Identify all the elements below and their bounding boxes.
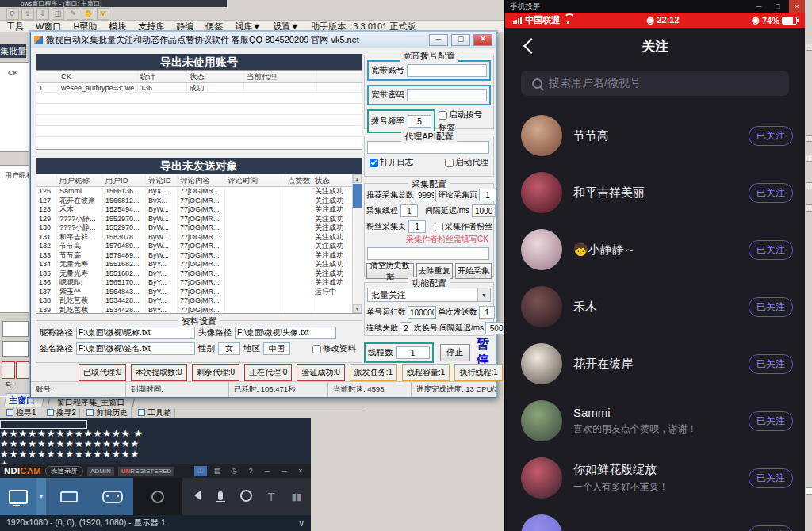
- author-fans-checkbox[interactable]: 采集作者粉丝: [435, 221, 492, 232]
- table-row[interactable]: 131 和平吉祥... 1583078... ByW... 77jOGjMR..…: [36, 233, 353, 243]
- strip-icon[interactable]: [806, 182, 812, 189]
- scrollbar[interactable]: ▲ ▼: [352, 174, 362, 313]
- dedupe-button[interactable]: 去除重复: [416, 263, 453, 279]
- ide-menu-item[interactable]: 便签: [205, 21, 223, 32]
- mouse-click-icon[interactable]: [236, 490, 255, 504]
- minimize-button[interactable]: ─: [751, 0, 767, 13]
- avatar-path-input[interactable]: [235, 327, 336, 339]
- start-dial-checkbox[interactable]: 启动拨号: [439, 109, 482, 120]
- collect-delay-input[interactable]: [472, 204, 496, 217]
- ide-tool-item[interactable]: 搜寻1: [3, 408, 40, 418]
- minimize-icon[interactable]: ─: [278, 466, 290, 476]
- comment-page-input[interactable]: [479, 189, 496, 201]
- maximize-button[interactable]: ▢: [451, 34, 470, 46]
- user-row[interactable]: 节节高 已关注: [505, 107, 805, 164]
- chevron-down-icon[interactable]: ∨: [298, 518, 304, 528]
- stop-button[interactable]: 停止: [440, 344, 471, 361]
- fans-page-input[interactable]: [408, 220, 426, 233]
- unsent-targets-table[interactable]: 用户昵称 用户ID 评论ID 评论内容 评论时间 点赞数 状态 126 Samm…: [36, 174, 362, 314]
- table-row[interactable]: 126 Sammi 1566136... ByX... 77jOGjMR... …: [36, 187, 353, 197]
- avatar[interactable]: [521, 115, 562, 156]
- mode-select[interactable]: 批量关注 ▼: [367, 288, 491, 302]
- table-row[interactable]: 129 ????小静... 1552970... ByW... 77jOGjMR…: [36, 215, 353, 224]
- minimize-button[interactable]: ─: [429, 34, 448, 46]
- ide-toolbar-icon[interactable]: ✎: [67, 8, 79, 20]
- table-row[interactable]: 130 ????小静... 1552970... ByW... 77jOGjMR…: [36, 223, 353, 233]
- broadband-account-input[interactable]: [407, 64, 487, 77]
- avatar[interactable]: [521, 343, 562, 384]
- avatar[interactable]: [521, 400, 562, 441]
- scroll-down-arrow[interactable]: ▼: [353, 304, 362, 313]
- user-row[interactable]: 禾木 已关注: [505, 278, 805, 335]
- close-button[interactable]: ×: [789, 0, 805, 13]
- ide-toolbar-icon[interactable]: ⇩: [36, 8, 49, 20]
- close-icon[interactable]: ×: [294, 466, 307, 476]
- broadband-password-input[interactable]: [407, 89, 487, 101]
- table-row[interactable]: 1 wesee_authtype=3; we... 136 成功: [36, 83, 362, 94]
- collect-total-input[interactable]: [416, 189, 436, 201]
- bandicam-target-bar[interactable]: 1920x1080 - (0, 0), (1920, 1080) - 显示器 1…: [0, 515, 311, 531]
- unused-accounts-table[interactable]: CK 统计 状态 当前代理 1 wesee_authtype=3; we... …: [36, 70, 362, 150]
- user-row[interactable]: 花开在彼岸 已关注: [505, 335, 805, 392]
- table-row[interactable]: 128 禾木 1525494... ByW... 77jOGjMR... 关注成…: [36, 205, 353, 215]
- ide-menu-item[interactable]: 支持库: [138, 21, 164, 32]
- ide-menu-item[interactable]: 设置▼: [273, 21, 299, 32]
- strip-scroll-button[interactable]: [806, 487, 812, 495]
- enable-proxy-checkbox[interactable]: 启动代理: [445, 157, 488, 168]
- ide-tool-item[interactable]: 工具箱: [135, 408, 175, 418]
- strip-icon[interactable]: [806, 135, 812, 142]
- followed-button[interactable]: 已关注: [749, 240, 793, 260]
- speaker-icon[interactable]: [186, 491, 205, 502]
- screen-record-mode-button[interactable]: [0, 478, 36, 515]
- bandicam-titlebar[interactable]: NDICAM 班迪录屏 ADMIN UNREGISTERED ⚿ ▤ ◷ ? ─…: [0, 464, 311, 478]
- strip-icon[interactable]: [806, 204, 812, 212]
- ide-menu-item[interactable]: 工具: [6, 21, 24, 32]
- search-input[interactable]: 搜索用户名/微视号: [521, 71, 789, 96]
- user-row[interactable]: 🧒小静静～ 已关注: [505, 221, 805, 278]
- ide-toolbar-icon[interactable]: ✋: [82, 8, 94, 20]
- ide-menu-item[interactable]: 模块: [109, 21, 126, 32]
- scroll-thumb[interactable]: [353, 184, 362, 208]
- followed-button[interactable]: 已关注: [749, 297, 793, 317]
- ide-search-icon[interactable]: M: [97, 8, 109, 20]
- table-row[interactable]: 138 乱吃芭蕉 1534428... ByY... 77jOGjMR...: [36, 296, 353, 306]
- followed-button[interactable]: 已关注: [749, 411, 793, 431]
- followed-button[interactable]: 已关注: [749, 525, 793, 531]
- table-row[interactable]: 136 嗯嗯哒! 1565170... ByY... 77jOGjMR... 关…: [36, 278, 353, 288]
- webcam-button[interactable]: [133, 478, 182, 515]
- game-record-mode-button[interactable]: [92, 478, 133, 515]
- user-row[interactable]: 已关注: [505, 506, 805, 531]
- start-collect-button[interactable]: 开始采集: [455, 263, 492, 279]
- followed-button[interactable]: 已关注: [749, 183, 793, 203]
- ide-toolbar-icon[interactable]: ⟳: [6, 8, 19, 20]
- avatar[interactable]: [521, 457, 562, 499]
- pause-icon[interactable]: ▮▮: [287, 491, 306, 502]
- avatar[interactable]: [521, 286, 562, 327]
- table-row[interactable]: 135 无量光寿 1551682... ByY... 77jOGjMR... 关…: [36, 269, 353, 279]
- gender-input[interactable]: [218, 342, 240, 355]
- minimize-icon[interactable]: ─: [261, 466, 274, 476]
- table-row[interactable]: 133 节节高 1579489... ByW... 77jOGjMR... 关注…: [36, 251, 353, 261]
- table-row[interactable]: 132 节节高 1579489... ByW... 77jOGjMR... 关注…: [36, 242, 353, 251]
- lock-icon[interactable]: ⚿: [194, 466, 207, 476]
- region-input[interactable]: [263, 342, 290, 355]
- ide-tool-item[interactable]: 剪辑历史: [83, 408, 132, 418]
- strip-icon[interactable]: [806, 44, 812, 51]
- fail-count-input[interactable]: [400, 322, 412, 334]
- proxy-api-input[interactable]: [367, 141, 489, 154]
- strip-icon[interactable]: [806, 155, 812, 162]
- phone-window-titlebar[interactable]: 手机投屏 ─ □ ×: [505, 0, 805, 13]
- avatar[interactable]: [521, 514, 562, 531]
- ide-tool-item[interactable]: 搜寻2: [44, 408, 81, 418]
- followed-button[interactable]: 已关注: [749, 354, 793, 374]
- table-row[interactable]: 137 紫玉^^ 1564843... ByY... 77jOGjMR... 运…: [36, 288, 353, 297]
- nick-path-input[interactable]: [76, 327, 195, 339]
- dialog-titlebar[interactable]: 微视自动采集批量关注和动态作品点赞协议软件 客服QQ 804520209 官网 …: [31, 32, 496, 48]
- collect-thread-input[interactable]: [400, 204, 418, 217]
- sign-path-input[interactable]: [76, 342, 195, 355]
- dial-frequency-input[interactable]: [408, 115, 431, 128]
- run-count-input[interactable]: [408, 306, 436, 319]
- ide-menu-item[interactable]: 静编: [176, 21, 193, 32]
- followed-button[interactable]: 已关注: [749, 126, 793, 146]
- open-log-checkbox[interactable]: 打开日志: [370, 157, 413, 168]
